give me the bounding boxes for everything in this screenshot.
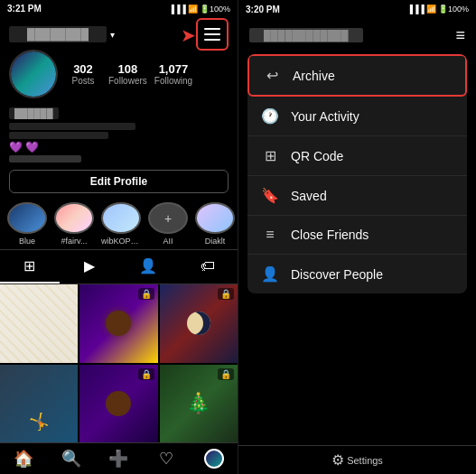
battery-left: 🔋100% <box>200 5 230 14</box>
highlight-4[interactable]: + AII <box>148 202 188 244</box>
signal-icon-right: ▐▐▐ <box>407 5 425 14</box>
wifi-icon: 📶 <box>188 5 198 14</box>
stat-posts: 302 Posts <box>65 62 101 86</box>
bottom-nav-left: 🏠 🔍 ➕ ♡ <box>0 442 238 474</box>
lock-badge-5: 🔒 <box>138 368 154 380</box>
stats-row: 302 Posts 108 Followers 1,077 Following <box>65 62 229 86</box>
grid-cell-2[interactable]: 🔒 <box>79 284 157 362</box>
profile-username: ████████ <box>9 26 107 42</box>
nav-search[interactable]: 🔍 <box>48 449 96 469</box>
signal-icon: ▐▐▐ <box>169 5 186 14</box>
nav-home[interactable]: 🏠 <box>0 449 48 469</box>
highlight-5[interactable]: Diaklt <box>195 202 235 244</box>
bio-area: ██████ 💜 💜 <box>0 102 238 166</box>
saved-label: Saved <box>291 189 327 203</box>
saved-icon: 🔖 <box>260 187 280 204</box>
nav-likes[interactable]: ♡ <box>143 449 191 469</box>
avatar-image <box>11 51 56 97</box>
following-count: 1,077 <box>159 62 189 76</box>
highlight-label-1: Blue <box>19 237 35 244</box>
person-icon: 👤 <box>139 257 157 274</box>
bio-text2 <box>9 132 108 139</box>
posts-label: Posts <box>71 76 94 86</box>
highlight-label-3: wibKOPree... <box>101 237 141 244</box>
tab-saved[interactable]: 🏷 <box>178 250 238 283</box>
photo-grid: 🔒 🔒 🤸 🔒 🎄 🔒 <box>0 284 238 442</box>
grid-cell-5[interactable]: 🔒 <box>79 365 157 442</box>
settings-nav-item[interactable]: ⚙ Settings <box>238 451 476 469</box>
profile-section: 302 Posts 108 Followers 1,077 Following <box>0 46 238 102</box>
qr-icon: ⊞ <box>260 147 280 164</box>
display-name: ██████ <box>9 107 59 119</box>
lock-badge-2: 🔒 <box>138 288 154 300</box>
reels-icon: ▶ <box>84 257 95 274</box>
activity-icon: 🕐 <box>260 107 280 125</box>
menu-item-close-friends[interactable]: ≡ Close Friends <box>247 216 467 255</box>
close-friends-label: Close Friends <box>291 228 369 242</box>
tab-reels[interactable]: ▶ <box>60 250 119 283</box>
following-label: Following <box>154 76 192 86</box>
add-icon: ➕ <box>108 449 128 469</box>
grid-cell-6[interactable]: 🎄 🔒 <box>160 365 238 442</box>
username-area[interactable]: ████████ ▾ <box>9 26 115 42</box>
grid-cell-1[interactable] <box>0 284 78 362</box>
right-header: ████████████ ≡ <box>238 18 476 52</box>
archive-label: Archive <box>293 69 335 83</box>
time-right: 3:20 PM <box>246 5 280 14</box>
bio-emoji: 💜 💜 <box>9 141 229 153</box>
status-icons-left: ▐▐▐ 📶 🔋100% <box>169 5 230 14</box>
grid-icon: ⊞ <box>23 257 35 274</box>
qr-label: QR Code <box>291 149 343 163</box>
grid-cell-4[interactable]: 🤸 <box>0 365 78 442</box>
tab-grid[interactable]: ⊞ <box>0 250 60 283</box>
dropdown-menu: ↩ Archive 🕐 Your Activity ⊞ QR Code 🔖 Sa… <box>247 54 467 293</box>
activity-label: Your Activity <box>291 109 359 124</box>
tab-tagged[interactable]: 👤 <box>119 250 179 283</box>
chevron-down-icon[interactable]: ▾ <box>110 30 115 40</box>
right-username: ████████████ <box>249 28 363 42</box>
bio-text <box>9 123 135 130</box>
highlight-label-4: AII <box>163 237 173 244</box>
highlight-label-5: Diaklt <box>205 237 226 244</box>
stat-following: 1,077 Following <box>154 62 192 86</box>
arrow-indicator: ➤ <box>181 24 238 46</box>
bio-link <box>9 155 81 163</box>
right-spacer <box>238 295 476 445</box>
menu-item-saved[interactable]: 🔖 Saved <box>247 176 467 216</box>
lock-badge-6: 🔒 <box>218 368 234 380</box>
discover-icon: 👤 <box>260 265 280 283</box>
edit-profile-button[interactable]: Edit Profile <box>9 170 229 193</box>
bookmark-icon: 🏷 <box>201 258 215 274</box>
close-friends-icon: ≡ <box>260 227 280 243</box>
search-icon: 🔍 <box>61 449 81 469</box>
right-panel: 3:20 PM ▐▐▐ 📶 🔋100% ████████████ ≡ ↩ Arc… <box>238 0 476 474</box>
highlights-row: Blue #fairy... wibKOPree... + AII Diaklt… <box>0 197 238 249</box>
time-left: 3:21 PM <box>7 4 42 14</box>
wifi-icon-right: 📶 <box>426 5 436 14</box>
home-icon: 🏠 <box>14 449 33 469</box>
tab-bar: ⊞ ▶ 👤 🏷 <box>0 249 238 284</box>
battery-right: 🔋100% <box>438 5 469 14</box>
discover-label: Discover People <box>291 267 383 282</box>
heart-icon: ♡ <box>159 449 173 469</box>
followers-count: 108 <box>118 62 138 76</box>
menu-item-activity[interactable]: 🕐 Your Activity <box>247 97 467 136</box>
highlight-1[interactable]: Blue <box>7 202 47 244</box>
nav-avatar <box>204 449 224 469</box>
menu-item-qr[interactable]: ⊞ QR Code <box>247 136 467 176</box>
highlight-3[interactable]: wibKOPree... <box>101 202 141 244</box>
highlight-2[interactable]: #fairy... <box>54 202 94 244</box>
status-bar-right: 3:20 PM ▐▐▐ 📶 🔋100% <box>238 0 476 18</box>
nav-create[interactable]: ➕ <box>95 449 143 469</box>
status-icons-right: ▐▐▐ 📶 🔋100% <box>407 5 469 14</box>
lock-badge-3: 🔒 <box>218 288 234 300</box>
settings-label: Settings <box>347 455 383 466</box>
right-hamburger-icon[interactable]: ≡ <box>455 26 465 45</box>
bottom-nav-right: ⚙ Settings <box>238 445 476 474</box>
grid-cell-3[interactable]: 🔒 <box>160 284 238 362</box>
settings-icon: ⚙ <box>331 451 344 469</box>
nav-profile[interactable] <box>190 449 238 469</box>
menu-item-discover[interactable]: 👤 Discover People <box>247 255 467 293</box>
menu-item-archive[interactable]: ↩ Archive <box>247 54 467 97</box>
left-panel: 3:21 PM ▐▐▐ 📶 🔋100% ████████ ▾ ➤ <box>0 0 238 474</box>
